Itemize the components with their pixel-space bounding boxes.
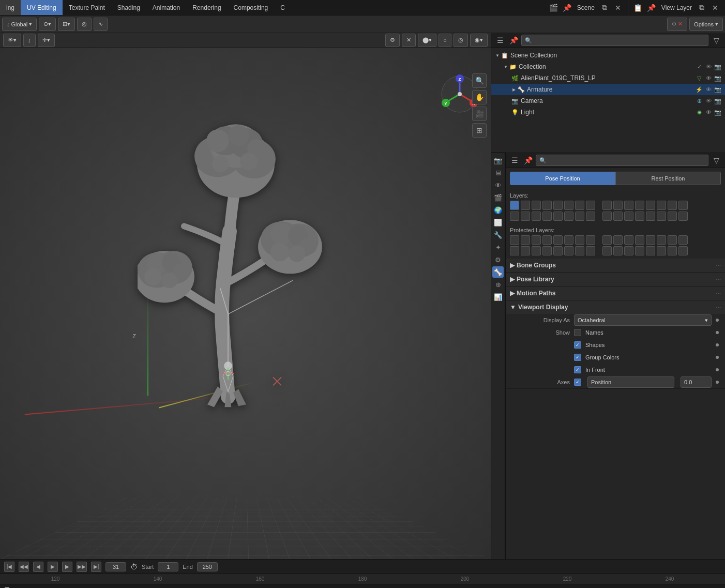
layer-btn-1[interactable] bbox=[521, 201, 530, 210]
protected-layer-btn-24[interactable] bbox=[602, 246, 612, 255]
start-frame[interactable]: 1 bbox=[158, 562, 178, 571]
protected-layer-btn-26[interactable] bbox=[624, 246, 633, 255]
layer-btn-23[interactable] bbox=[586, 212, 595, 221]
toolbar-options-x[interactable]: ⚙ ✕ bbox=[667, 18, 687, 31]
props-menu-icon[interactable]: ☰ bbox=[509, 155, 520, 166]
toolbar-transform-mode[interactable]: ↕ Global ▾ bbox=[2, 18, 37, 31]
pose-position-btn[interactable]: Pose Position bbox=[510, 172, 615, 185]
axes-position-dropdown[interactable]: Position bbox=[587, 376, 674, 388]
layer-btn-18[interactable] bbox=[532, 212, 541, 221]
axes-checkbox[interactable]: ✓ bbox=[574, 379, 581, 386]
display-as-dropdown[interactable]: Octahedral ▾ bbox=[574, 314, 712, 326]
viewport-content[interactable]: Z bbox=[0, 48, 491, 559]
vp-shading-mat[interactable]: ◎ bbox=[454, 34, 468, 47]
tl-next-frame[interactable]: ▶ bbox=[62, 562, 72, 572]
camera-extra[interactable]: ⊕ bbox=[695, 97, 703, 105]
protected-layer-btn-2[interactable] bbox=[532, 235, 541, 245]
layer-btn-10[interactable] bbox=[624, 201, 633, 210]
rest-position-btn[interactable]: Rest Position bbox=[615, 172, 721, 185]
viewlayer-copy-icon[interactable]: ⧉ bbox=[696, 2, 707, 13]
protected-layer-btn-22[interactable] bbox=[575, 246, 584, 255]
vp-overlay-gear[interactable]: ⚙ bbox=[385, 34, 400, 47]
tl-play[interactable]: ▶ bbox=[48, 562, 58, 572]
protected-layer-btn-28[interactable] bbox=[646, 246, 655, 255]
tl-prev-keyframe[interactable]: ◀◀ bbox=[19, 562, 29, 572]
layer-btn-11[interactable] bbox=[635, 201, 644, 210]
vp-shading-render[interactable]: ◉▾ bbox=[470, 34, 488, 47]
protected-layer-btn-20[interactable] bbox=[553, 246, 563, 255]
vp-shading-wire[interactable]: ○ bbox=[439, 34, 451, 47]
viewport-3d[interactable]: 👁▾ ↕ ✛▾ ⚙ ✕ ⬤▾ ○ ◎ ◉▾ Z bbox=[0, 33, 491, 559]
tool-pan[interactable]: ✋ bbox=[472, 90, 487, 104]
vp-cursor[interactable]: ✛▾ bbox=[38, 34, 55, 47]
names-checkbox[interactable] bbox=[574, 329, 581, 336]
axes-position-value[interactable]: 0.0 bbox=[681, 376, 712, 388]
tool-zoom[interactable]: 🔍 bbox=[472, 73, 487, 88]
layer-btn-27[interactable] bbox=[635, 212, 644, 221]
menu-item-texture-paint[interactable]: Texture Paint bbox=[63, 0, 111, 15]
protected-layer-btn-23[interactable] bbox=[586, 246, 595, 255]
protected-layer-btn-1[interactable] bbox=[521, 235, 530, 245]
layer-btn-31[interactable] bbox=[678, 212, 688, 221]
layer-btn-3[interactable] bbox=[542, 201, 552, 210]
collection-check[interactable]: ✓ bbox=[695, 63, 703, 71]
vp-move-icon[interactable]: ↕ bbox=[23, 34, 36, 47]
outliner-search[interactable] bbox=[521, 35, 708, 46]
props-pin-icon[interactable]: 📌 bbox=[522, 155, 534, 166]
menu-item-ting[interactable]: ing bbox=[0, 0, 21, 15]
tree-scene-collection[interactable]: ▼ 📋 Scene Collection bbox=[491, 50, 725, 61]
layer-btn-5[interactable] bbox=[564, 201, 573, 210]
armature-icons[interactable]: ⚡ bbox=[695, 85, 703, 94]
protected-layer-btn-29[interactable] bbox=[657, 246, 666, 255]
tl-next-keyframe[interactable]: ▶▶ bbox=[77, 562, 87, 572]
bone-groups-header[interactable]: ▶ Bone Groups ⋯ bbox=[506, 259, 725, 272]
protected-layer-btn-0[interactable] bbox=[510, 235, 519, 245]
pose-library-header[interactable]: ▶ Pose Library ⋯ bbox=[506, 273, 725, 286]
menu-item-rendering[interactable]: Rendering bbox=[186, 0, 227, 15]
protected-layer-btn-15[interactable] bbox=[678, 235, 688, 245]
side-icon-world[interactable]: 🌍 bbox=[492, 204, 504, 216]
protected-layer-btn-17[interactable] bbox=[521, 246, 530, 255]
viewlayer-pin-icon[interactable]: 📌 bbox=[646, 2, 657, 13]
menu-item-compositing[interactable]: Compositing bbox=[228, 0, 275, 15]
side-icon-object[interactable]: ⬜ bbox=[492, 217, 504, 228]
camera-render[interactable]: 📷 bbox=[714, 97, 722, 105]
tree-collection[interactable]: ▼ 📁 Collection ✓ 👁 📷 bbox=[491, 61, 725, 72]
protected-layer-btn-4[interactable] bbox=[553, 235, 563, 245]
protected-layer-btn-10[interactable] bbox=[624, 235, 633, 245]
outliner-pin-icon[interactable]: 📌 bbox=[508, 35, 519, 46]
side-icon-bone[interactable]: 🦴 bbox=[492, 266, 504, 278]
alien-plant-funnel[interactable]: ▽ bbox=[695, 74, 703, 82]
light-extra[interactable]: ⊕ bbox=[695, 108, 703, 116]
side-icon-scene[interactable]: 🎬 bbox=[492, 192, 504, 203]
props-search[interactable] bbox=[536, 155, 708, 166]
tree-camera[interactable]: 📷 Camera ⊕ 👁 📷 bbox=[491, 95, 725, 107]
toolbar-snap[interactable]: ⊞▾ bbox=[58, 18, 75, 31]
layer-btn-22[interactable] bbox=[575, 212, 584, 221]
tl-jump-start[interactable]: |◀ bbox=[4, 562, 14, 572]
toolbar-pivot[interactable]: ⊙▾ bbox=[39, 18, 56, 31]
protected-layer-btn-19[interactable] bbox=[542, 246, 552, 255]
tree-armature[interactable]: ▶ 🦴 Armature ⚡ 👁 📷 bbox=[491, 84, 725, 95]
layer-btn-13[interactable] bbox=[657, 201, 666, 210]
side-icon-modifier[interactable]: 🔧 bbox=[492, 229, 504, 240]
tool-camera[interactable]: 🎥 bbox=[472, 107, 487, 121]
viewport-display-header[interactable]: ▼ Viewport Display ⋯ bbox=[506, 300, 725, 314]
side-icon-physics[interactable]: ⚙ bbox=[492, 254, 504, 265]
layer-btn-8[interactable] bbox=[602, 201, 612, 210]
toolbar-proportional[interactable]: ◎ bbox=[77, 18, 92, 31]
alien-plant-render[interactable]: 📷 bbox=[714, 74, 722, 82]
side-icon-data[interactable]: 📊 bbox=[492, 291, 504, 303]
tool-grid[interactable]: ⊞ bbox=[472, 123, 487, 138]
protected-layer-btn-13[interactable] bbox=[657, 235, 666, 245]
armature-render[interactable]: 📷 bbox=[714, 85, 722, 94]
protected-layer-btn-27[interactable] bbox=[635, 246, 644, 255]
vp-close-x[interactable]: ✕ bbox=[402, 34, 416, 47]
tl-jump-end[interactable]: ▶| bbox=[91, 562, 101, 572]
collection-eye[interactable]: 👁 bbox=[704, 63, 713, 71]
scene-copy-icon[interactable]: ⧉ bbox=[599, 2, 610, 13]
viewlayer-close-icon[interactable]: ✕ bbox=[709, 2, 721, 13]
side-icon-output[interactable]: 🖥 bbox=[492, 167, 504, 178]
protected-layer-btn-14[interactable] bbox=[668, 235, 677, 245]
camera-eye[interactable]: 👁 bbox=[704, 97, 713, 105]
